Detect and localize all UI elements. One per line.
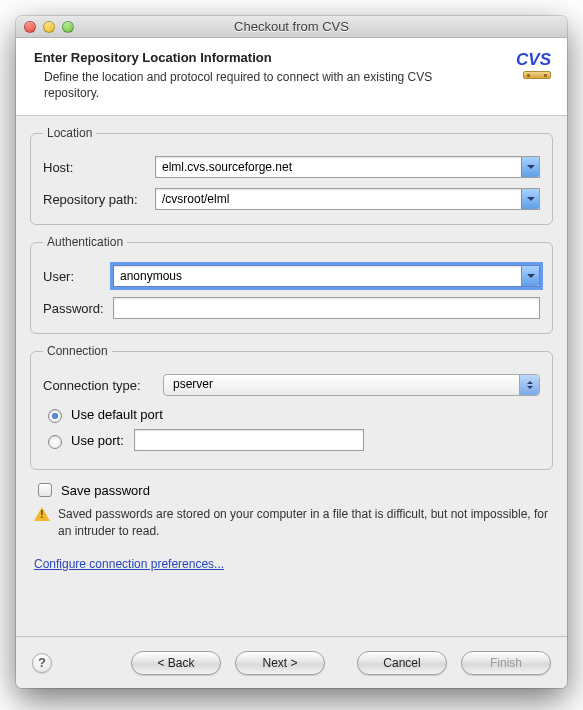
back-button[interactable]: < Back xyxy=(131,651,221,675)
use-port-label: Use port: xyxy=(71,433,124,448)
select-stepper-icon[interactable] xyxy=(519,375,539,395)
next-button[interactable]: Next > xyxy=(235,651,325,675)
chevron-down-icon[interactable] xyxy=(521,157,539,177)
configure-connection-link[interactable]: Configure connection preferences... xyxy=(34,557,224,571)
location-legend: Location xyxy=(43,126,96,140)
repo-path-label: Repository path: xyxy=(43,192,155,207)
use-default-port-label: Use default port xyxy=(71,407,163,422)
connection-type-select[interactable]: pserver xyxy=(163,374,540,396)
connection-type-value[interactable]: pserver xyxy=(163,374,540,396)
use-default-port-radio[interactable] xyxy=(48,409,62,423)
cvs-logo-icon: CVS xyxy=(507,50,551,79)
user-input[interactable] xyxy=(113,265,540,287)
help-icon[interactable]: ? xyxy=(32,653,52,673)
dialog-footer: ? < Back Next > Cancel Finish xyxy=(16,636,567,688)
warning-icon xyxy=(34,507,50,522)
minimize-icon[interactable] xyxy=(43,21,55,33)
traffic-lights xyxy=(24,21,74,33)
repo-path-input[interactable] xyxy=(155,188,540,210)
banner-subtext: Define the location and protocol require… xyxy=(34,69,549,101)
repo-path-combo[interactable] xyxy=(155,188,540,210)
authentication-group: Authentication User: Password: xyxy=(30,235,553,334)
close-icon[interactable] xyxy=(24,21,36,33)
dialog-body: Location Host: Repository path: Authenti… xyxy=(16,116,567,570)
finish-button: Finish xyxy=(461,651,551,675)
connection-type-label: Connection type: xyxy=(43,378,163,393)
cvs-logo-text: CVS xyxy=(516,50,551,69)
banner-heading: Enter Repository Location Information xyxy=(34,50,549,65)
window-title: Checkout from CVS xyxy=(16,19,567,34)
zoom-icon[interactable] xyxy=(62,21,74,33)
chevron-down-icon[interactable] xyxy=(521,266,539,286)
save-password-warning: Saved passwords are stored on your compu… xyxy=(58,506,549,538)
save-password-label: Save password xyxy=(61,483,150,498)
host-label: Host: xyxy=(43,160,155,175)
port-input[interactable] xyxy=(134,429,364,451)
cancel-button[interactable]: Cancel xyxy=(357,651,447,675)
connection-legend: Connection xyxy=(43,344,112,358)
user-combo[interactable] xyxy=(113,265,540,287)
password-label: Password: xyxy=(43,301,113,316)
chevron-down-icon[interactable] xyxy=(521,189,539,209)
save-password-checkbox[interactable] xyxy=(38,483,52,497)
password-input[interactable] xyxy=(113,297,540,319)
authentication-legend: Authentication xyxy=(43,235,127,249)
dialog-window: Checkout from CVS Enter Repository Locat… xyxy=(16,16,567,688)
host-input[interactable] xyxy=(155,156,540,178)
host-combo[interactable] xyxy=(155,156,540,178)
user-label: User: xyxy=(43,269,113,284)
titlebar: Checkout from CVS xyxy=(16,16,567,38)
connection-group: Connection Connection type: pserver Use … xyxy=(30,344,553,470)
wizard-banner: Enter Repository Location Information De… xyxy=(16,38,567,116)
location-group: Location Host: Repository path: xyxy=(30,126,553,225)
use-port-radio[interactable] xyxy=(48,435,62,449)
